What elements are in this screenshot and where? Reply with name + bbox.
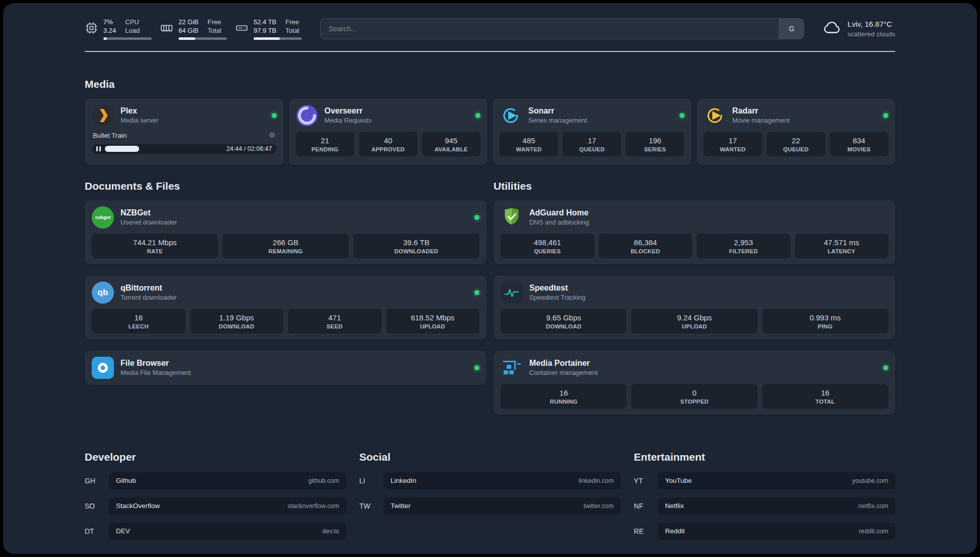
pause-icon[interactable] bbox=[96, 146, 101, 151]
overseerr-card[interactable]: Overseerr Media Requests 21 PENDING 40 A… bbox=[289, 98, 488, 165]
filebrowser-status-dot bbox=[474, 365, 479, 370]
bookmark-url: dev.to bbox=[323, 528, 339, 535]
memory-progress-bar bbox=[178, 37, 227, 40]
bookmark-abbr: YT bbox=[634, 477, 658, 485]
memory-total-value: 64 GiB bbox=[178, 27, 199, 35]
search-input[interactable] bbox=[321, 25, 779, 33]
sonarr-card[interactable]: Sonarr Series management 485 WANTED 17 Q… bbox=[493, 98, 692, 165]
bookmark-abbr: RE bbox=[634, 527, 658, 535]
bookmark-name: Netflix bbox=[665, 502, 684, 510]
disk-progress-bar bbox=[254, 37, 302, 40]
services-columns: Documents & Files nzbget NZBGet Usenet d… bbox=[85, 180, 895, 415]
player-settings-gear-icon[interactable] bbox=[268, 131, 276, 140]
memory-free-value: 22 GiB bbox=[178, 18, 199, 27]
bookmark-reddit[interactable]: RE Reddit reddit.com bbox=[634, 523, 895, 540]
dashboard-content: 7% 3.24 CPU Load bbox=[3, 3, 977, 548]
speedtest-card[interactable]: Speedtest Speedtest Tracking 9.65 Gbps D… bbox=[494, 275, 895, 340]
stat-tile: 0.993 ms PING bbox=[762, 309, 888, 333]
bookmark-abbr: TW bbox=[359, 502, 384, 510]
memory-resource-widget: 22 GiB 64 GiB Free Total bbox=[160, 18, 227, 40]
stat-tile: 498,461 QUERIES bbox=[501, 234, 594, 258]
bookmark-abbr: NF bbox=[634, 502, 658, 510]
weather-condition: scattered clouds bbox=[847, 30, 895, 39]
weather-widget: Lviv, 16.87°C scattered clouds bbox=[822, 18, 895, 39]
search-bar: G bbox=[320, 18, 804, 39]
bookmark-url: stackoverflow.com bbox=[288, 503, 339, 510]
sonarr-subtitle: Series management bbox=[528, 117, 587, 125]
qbittorrent-status-dot bbox=[474, 290, 479, 295]
memory-free-label: Free bbox=[208, 18, 221, 27]
player-progress-bar[interactable]: 24:44 / 02:06:47 bbox=[92, 144, 277, 154]
section-utilities: Utilities AdGuard Home bbox=[494, 180, 895, 415]
disk-free-label: Free bbox=[285, 18, 299, 27]
stat-tile: 16 RUNNING bbox=[501, 384, 627, 409]
bookmark-stackoverflow[interactable]: SO StackOverflow stackoverflow.com bbox=[85, 497, 346, 515]
stat-tile: 485 WANTED bbox=[500, 132, 558, 156]
cloud-icon bbox=[822, 18, 841, 39]
filebrowser-icon bbox=[92, 357, 114, 379]
plex-icon bbox=[92, 104, 114, 127]
bookmark-url: youtube.com bbox=[852, 477, 888, 484]
qbittorrent-icon: qb bbox=[92, 282, 114, 304]
stat-tile: 196 SERIES bbox=[626, 132, 684, 156]
cpu-icon bbox=[85, 21, 98, 37]
entertainment-heading: Entertainment bbox=[634, 451, 895, 463]
qbittorrent-card[interactable]: qb qBittorrent Torrent downloader 16 LEE… bbox=[85, 275, 486, 340]
top-bar: 7% 3.24 CPU Load bbox=[85, 18, 895, 40]
nzbget-card[interactable]: nzbget NZBGet Usenet downloader 744.21 M… bbox=[85, 200, 486, 264]
bookmark-abbr: SO bbox=[85, 502, 109, 510]
sonarr-status-dot bbox=[680, 113, 685, 118]
bookmark-twitter[interactable]: TW Twitter twitter.com bbox=[359, 497, 621, 515]
plex-title: Plex bbox=[120, 106, 158, 117]
bookmark-name: StackOverflow bbox=[116, 502, 160, 510]
portainer-icon bbox=[501, 357, 523, 379]
bookmark-url: reddit.com bbox=[859, 528, 888, 535]
adguard-title: AdGuard Home bbox=[529, 208, 589, 218]
radarr-subtitle: Movie management bbox=[732, 117, 790, 125]
bookmark-abbr: DT bbox=[85, 527, 109, 535]
stat-tile: 9.65 Gbps DOWNLOAD bbox=[501, 309, 627, 333]
stat-tile: 17 QUEUED bbox=[563, 132, 621, 156]
disk-resource-widget: 52.4 TB 97.9 TB Free Total bbox=[235, 18, 302, 40]
bookmark-name: DEV bbox=[116, 527, 130, 535]
bookmark-abbr: LI bbox=[359, 477, 384, 485]
bookmark-linkedin[interactable]: LI LinkedIn linkedin.com bbox=[359, 472, 621, 489]
overseerr-subtitle: Media Requests bbox=[325, 117, 372, 125]
adguard-card[interactable]: AdGuard Home DNS and adblocking 498,461 … bbox=[494, 200, 895, 264]
plex-card[interactable]: Plex Media server Bullet Train bbox=[85, 98, 284, 165]
speedtest-subtitle: Speedtest Tracking bbox=[529, 294, 585, 302]
bookmark-name: YouTube bbox=[665, 477, 692, 484]
section-media: Media Plex Media server bbox=[85, 78, 895, 165]
disk-free-value: 52.4 TB bbox=[254, 18, 276, 27]
bookmark-netflix[interactable]: NF Netflix netflix.com bbox=[634, 497, 895, 515]
disk-icon bbox=[235, 21, 249, 37]
bookmark-abbr: GH bbox=[85, 477, 109, 485]
bookmarks-area: Developer GH Github github.com SO StackO… bbox=[85, 451, 895, 548]
cpu-progress-bar bbox=[103, 37, 152, 40]
stat-tile: 47.571 ms LATENCY bbox=[795, 234, 889, 258]
bookmark-name: LinkedIn bbox=[391, 477, 416, 484]
nzbget-subtitle: Usenet downloader bbox=[120, 218, 177, 227]
stat-tile: 945 AVAILABLE bbox=[422, 132, 480, 156]
portainer-card[interactable]: Media Portainer Container management 16 … bbox=[494, 351, 895, 415]
stat-tile: 834 MOVIES bbox=[830, 132, 888, 156]
bookmark-group-developer: Developer GH Github github.com SO StackO… bbox=[85, 451, 346, 548]
stat-tile: 2,953 FILTERED bbox=[697, 234, 790, 258]
search-provider-button[interactable]: G bbox=[779, 19, 804, 39]
cpu-usage-label: CPU bbox=[125, 18, 140, 27]
portainer-status-dot bbox=[883, 365, 888, 370]
sonarr-title: Sonarr bbox=[528, 106, 587, 117]
overseerr-title: Overseerr bbox=[325, 106, 372, 117]
stat-tile: 16 LEECH bbox=[92, 309, 186, 333]
filebrowser-card[interactable]: File Browser Media File Management bbox=[85, 351, 486, 385]
bookmark-github[interactable]: GH Github github.com bbox=[85, 472, 346, 489]
radarr-status-dot bbox=[883, 113, 888, 118]
speedtest-icon bbox=[501, 282, 523, 304]
radarr-card[interactable]: Radarr Movie management 17 WANTED 22 QUE… bbox=[697, 98, 896, 165]
portainer-subtitle: Container management bbox=[529, 369, 598, 377]
stat-tile: 744.21 Mbps RATE bbox=[92, 234, 218, 258]
bookmark-youtube[interactable]: YT YouTube youtube.com bbox=[634, 472, 895, 489]
bookmark-dev[interactable]: DT DEV dev.to bbox=[85, 523, 346, 540]
developer-heading: Developer bbox=[85, 451, 346, 463]
stat-tile: 86,384 BLOCKED bbox=[599, 234, 693, 258]
